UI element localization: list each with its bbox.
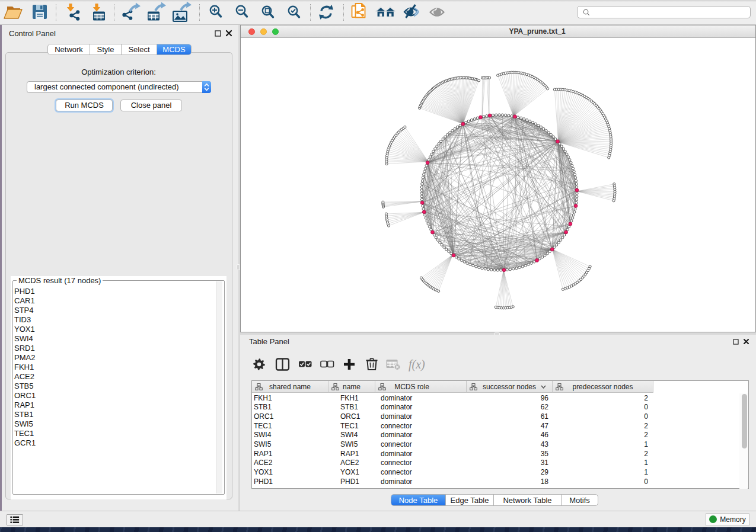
svg-text:f(x): f(x) — [409, 358, 425, 371]
